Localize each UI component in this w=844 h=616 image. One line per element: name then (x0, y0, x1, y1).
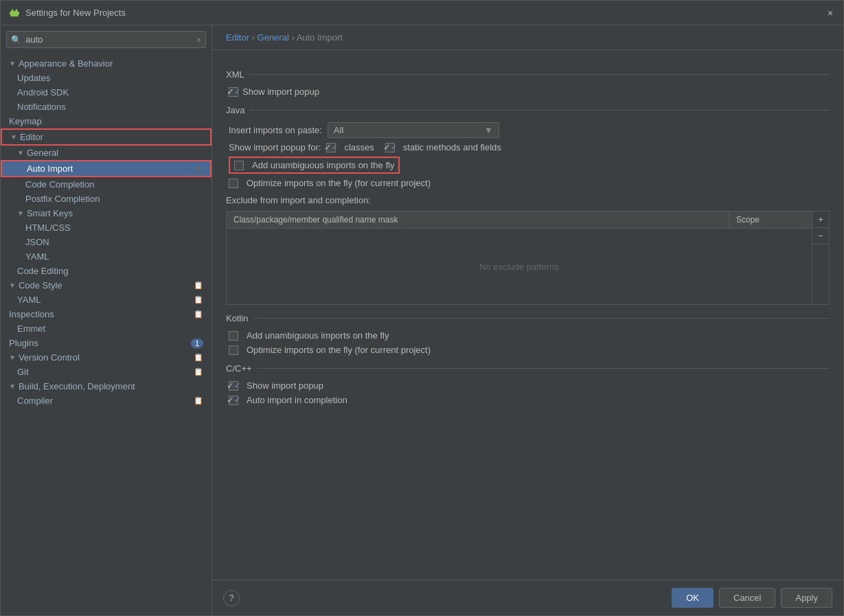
cpp-show-import-popup-wrapper[interactable]: ✓ Show import popup (229, 380, 323, 391)
svg-rect-5 (10, 12, 11, 14)
sidebar-item-version-control[interactable]: ▼ Version Control 📋 (1, 350, 212, 365)
insert-imports-value: All (334, 125, 343, 135)
expand-arrow: ▼ (10, 133, 17, 141)
sidebar-item-label: Code Style (19, 280, 191, 290)
kotlin-optimize-checkbox[interactable] (229, 345, 238, 355)
help-button[interactable]: ? (223, 590, 240, 606)
settings-icon: 📋 (194, 367, 203, 376)
sidebar-item-inspections[interactable]: Inspections 📋 (1, 307, 212, 321)
add-pattern-button[interactable]: + (812, 212, 829, 228)
sidebar-item-editor[interactable]: ▼ Editor (1, 128, 212, 146)
apply-button[interactable]: Apply (781, 588, 832, 608)
sidebar-item-appearance-behavior[interactable]: ▼ Appearance & Behavior (1, 56, 212, 71)
sidebar-item-android-sdk[interactable]: Android SDK (1, 85, 212, 100)
expand-arrow: ▼ (17, 149, 24, 157)
bottom-bar: ? OK Cancel Apply (212, 580, 843, 615)
window-title: Settings for New Projects (25, 8, 825, 18)
sidebar-item-smart-keys[interactable]: ▼ Smart Keys (1, 206, 212, 220)
remove-pattern-button[interactable]: − (812, 228, 829, 244)
sidebar-item-git[interactable]: Git 📋 (1, 365, 212, 379)
ok-button[interactable]: OK (672, 588, 714, 608)
add-unambiguous-highlight: Add unambiguous imports on the fly (229, 157, 400, 174)
xml-show-import-popup-checkbox[interactable]: ✓ (229, 87, 238, 97)
static-methods-checkbox[interactable]: ✓ (385, 143, 395, 152)
settings-icon: 📋 (194, 396, 203, 405)
search-clear-button[interactable]: × (196, 35, 201, 45)
svg-line-3 (12, 9, 12, 10)
sidebar-item-plugins[interactable]: Plugins 1 (1, 336, 212, 350)
sidebar-item-keymap[interactable]: Keymap (1, 114, 212, 128)
xml-section: XML (226, 69, 830, 80)
static-methods-label: static methods and fields (403, 142, 501, 152)
close-button[interactable]: × (825, 8, 835, 18)
sidebar-item-build-execution[interactable]: ▼ Build, Execution, Deployment (1, 379, 212, 393)
xml-show-import-popup-checkbox-wrapper[interactable]: ✓ Show import popup (229, 87, 319, 97)
kotlin-divider-line (254, 318, 830, 319)
sidebar-item-general[interactable]: ▼ General (1, 146, 212, 160)
content-area: XML ✓ Show import popup Java (212, 50, 843, 580)
sidebar-item-code-style[interactable]: ▼ Code Style 📋 (1, 278, 212, 293)
dropdown-arrow-icon: ▼ (484, 125, 493, 135)
sidebar-item-emmet[interactable]: Emmet (1, 321, 212, 336)
sidebar-item-label: HTML/CSS (25, 223, 203, 233)
kotlin-add-unambiguous-checkbox[interactable] (229, 331, 238, 341)
optimize-imports-java-wrapper[interactable]: Optimize imports on the fly (for current… (229, 178, 431, 188)
breadcrumb-editor[interactable]: Editor (226, 32, 249, 43)
cpp-auto-import-checkbox[interactable]: ✓ (229, 396, 238, 405)
add-unambiguous-checkbox[interactable] (234, 161, 244, 170)
kotlin-optimize-wrapper[interactable]: Optimize imports on the fly (for current… (229, 345, 431, 355)
sidebar-tree: ▼ Appearance & Behavior Updates Android … (1, 54, 212, 615)
sidebar-item-code-editing[interactable]: Code Editing (1, 264, 212, 278)
expand-arrow: ▼ (9, 383, 16, 390)
insert-imports-dropdown[interactable]: All ▼ (328, 122, 499, 138)
sidebar-item-html-css[interactable]: HTML/CSS (1, 220, 212, 235)
checkmark: ✓ (383, 142, 391, 152)
sidebar-item-compiler[interactable]: Compiler 📋 (1, 393, 212, 408)
sidebar-item-json[interactable]: JSON (1, 235, 212, 249)
breadcrumb-general[interactable]: General (258, 32, 289, 43)
kotlin-optimize-label: Optimize imports on the fly (for current… (247, 345, 431, 355)
sidebar-item-label: Smart Keys (27, 208, 203, 218)
sidebar-item-label: Appearance & Behavior (19, 58, 203, 69)
sidebar-item-code-completion[interactable]: Code Completion (1, 177, 212, 192)
kotlin-optimize-row: Optimize imports on the fly (for current… (226, 345, 830, 355)
static-methods-checkbox-group: ✓ static methods and fields (385, 142, 501, 152)
cancel-button[interactable]: Cancel (719, 588, 775, 608)
sidebar-item-notifications[interactable]: Notifications (1, 100, 212, 114)
classes-checkbox-group: ✓ classes (326, 142, 374, 152)
sidebar-item-updates[interactable]: Updates (1, 71, 212, 85)
exclude-label-row: Exclude from import and completion: (226, 195, 830, 205)
cpp-show-import-popup-row: ✓ Show import popup (226, 380, 830, 391)
checkmark: ✓ (227, 395, 234, 405)
sidebar-item-label: Updates (17, 73, 203, 83)
xml-divider-line (250, 74, 830, 75)
cpp-auto-import-wrapper[interactable]: ✓ Auto import in completion (229, 395, 347, 405)
optimize-imports-java-checkbox[interactable] (229, 179, 238, 188)
sidebar-item-yaml-style[interactable]: YAML 📋 (1, 293, 212, 307)
cpp-divider-line (258, 368, 830, 369)
breadcrumb-auto-import: Auto Import (297, 32, 343, 43)
sidebar-item-label: Inspections (9, 309, 191, 319)
sidebar: 🔍 × ▼ Appearance & Behavior Updates Andr… (1, 25, 212, 615)
checkmark: ✓ (227, 87, 234, 97)
sidebar-item-label: Emmet (17, 323, 203, 334)
java-section-label: Java (226, 105, 244, 115)
sidebar-item-auto-import[interactable]: Auto Import 🗑 (1, 160, 212, 177)
java-divider-line (250, 110, 830, 111)
kotlin-section-label: Kotlin (226, 313, 249, 323)
optimize-imports-java-row: Optimize imports on the fly (for current… (226, 178, 830, 188)
sidebar-item-postfix-completion[interactable]: Postfix Completion (1, 192, 212, 206)
svg-rect-0 (10, 11, 19, 16)
settings-icon: 📋 (194, 281, 203, 290)
sidebar-item-label: Keymap (9, 116, 203, 126)
cpp-show-import-popup-checkbox[interactable]: ✓ (229, 381, 238, 391)
sidebar-item-yaml-smart[interactable]: YAML (1, 249, 212, 264)
sidebar-item-label: Code Completion (25, 179, 203, 190)
cpp-auto-import-label: Auto import in completion (247, 395, 347, 405)
search-input[interactable] (25, 34, 196, 45)
bottom-buttons: OK Cancel Apply (672, 588, 832, 608)
classes-checkbox[interactable]: ✓ (326, 143, 336, 152)
cpp-section-label: C/C++ (226, 363, 252, 374)
kotlin-add-unambiguous-wrapper[interactable]: Add unambiguous imports on the fly (229, 330, 389, 341)
android-icon (9, 8, 20, 19)
